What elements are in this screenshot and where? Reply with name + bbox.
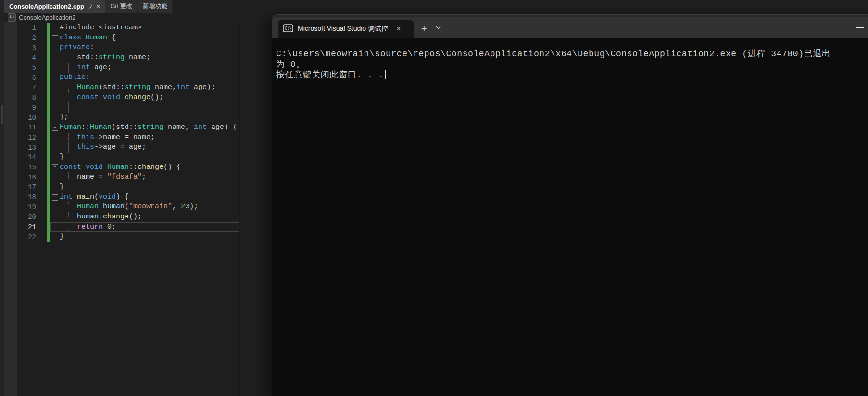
new-tab-button[interactable]: +	[421, 24, 427, 34]
scrollbar-thumb[interactable]	[1, 105, 3, 124]
code-text: class Human {	[60, 33, 116, 43]
code-line[interactable]: 1#include <iostream>	[4, 23, 239, 33]
code-line[interactable]: 5 int age;	[4, 63, 239, 73]
fold-collapse-icon[interactable]: −	[52, 194, 58, 201]
code-line[interactable]: 4 std::string name;	[4, 53, 239, 63]
code-line[interactable]: 15−const void Human::change() {	[4, 163, 239, 173]
breadcrumb-project[interactable]: ConsoleApplication2	[19, 14, 76, 21]
fold-collapse-icon[interactable]: −	[52, 125, 58, 131]
code-line[interactable]: 19 Human human("meowrain", 23);	[4, 202, 239, 212]
fold-collapse-icon[interactable]: −	[52, 164, 58, 170]
code-text: human.change();	[60, 212, 142, 222]
code-text: }	[60, 232, 64, 242]
line-number: 18	[4, 193, 36, 201]
indent-guide	[68, 172, 69, 182]
code-text: private:	[60, 43, 94, 53]
vs-document-tabbar: ConsoleApplication2.cpp × Git 更改 新增功能	[4, 0, 868, 13]
change-indicator	[47, 63, 50, 73]
code-text: std::string name;	[60, 53, 151, 63]
terminal-line: 为 0。	[276, 59, 868, 70]
code-line[interactable]: 11−Human::Human(std::string name, int ag…	[4, 123, 239, 133]
line-number: 15	[4, 164, 36, 171]
close-icon[interactable]: ×	[96, 3, 100, 10]
code-line[interactable]: 18−int main(void) {	[4, 192, 239, 203]
code-line[interactable]: 16 name = "fdsafa";	[4, 172, 239, 182]
terminal-tab-debug-console[interactable]: C:\ Microsoft Visual Studio 调试控 ×	[278, 20, 414, 38]
fold-toggle[interactable]: −	[50, 194, 60, 201]
pin-icon[interactable]	[88, 4, 93, 9]
change-indicator	[47, 23, 50, 33]
code-line[interactable]: 9	[4, 103, 239, 113]
indent-guide	[68, 103, 69, 113]
change-indicator	[47, 172, 50, 182]
code-lines: 1#include <iostream>2−class Human {3priv…	[4, 23, 239, 242]
indent-guide	[68, 63, 69, 73]
code-line[interactable]: 7 Human(std::string name,int age);	[4, 83, 239, 93]
code-text: int main(void) {	[60, 192, 129, 203]
change-indicator	[47, 43, 50, 53]
indent-guide	[68, 222, 69, 232]
tab-consoleapplication2-cpp[interactable]: ConsoleApplication2.cpp ×	[4, 0, 105, 13]
editor-minimap[interactable]	[239, 22, 273, 396]
line-number: 6	[4, 74, 36, 82]
chevron-down-icon[interactable]	[436, 23, 441, 31]
code-text: name = "fdsafa";	[60, 172, 146, 182]
close-icon[interactable]: ×	[394, 25, 403, 33]
text-cursor	[385, 70, 386, 79]
code-line[interactable]: 12 this->name = name;	[4, 133, 239, 143]
change-indicator	[47, 163, 50, 173]
cmd-icon: C:\	[283, 24, 293, 34]
line-number: 14	[4, 153, 36, 161]
line-number: 8	[4, 94, 36, 102]
code-text: this->age = age;	[60, 142, 146, 153]
fold-collapse-icon[interactable]: −	[52, 35, 58, 41]
change-indicator	[47, 232, 50, 242]
terminal-window[interactable]: C:\ Microsoft Visual Studio 调试控 × + C:\U…	[272, 14, 868, 396]
code-text: const void Human::change() {	[60, 163, 181, 173]
change-indicator	[47, 83, 50, 93]
tab-new-features[interactable]: 新增功能	[138, 0, 173, 13]
code-text: }	[60, 153, 64, 163]
indent-guide	[68, 83, 69, 93]
terminal-line: C:\Users\meowrain\source\repos\ConsoleAp…	[276, 49, 868, 59]
terminal-output: C:\Users\meowrain\source\repos\ConsoleAp…	[272, 38, 868, 80]
code-line[interactable]: 10};	[4, 113, 239, 123]
code-line[interactable]: 2−class Human {	[4, 33, 239, 43]
tab-git-changes[interactable]: Git 更改	[105, 0, 138, 13]
line-number: 13	[4, 144, 36, 152]
change-indicator	[47, 182, 50, 192]
indent-guide	[68, 93, 69, 103]
line-number: 1	[4, 24, 36, 32]
line-number: 7	[4, 84, 36, 91]
line-number: 16	[4, 174, 36, 181]
minimize-button[interactable]	[856, 25, 864, 29]
line-number: 22	[4, 233, 36, 241]
code-line[interactable]: 3private:	[4, 43, 239, 53]
line-number: 5	[4, 64, 36, 72]
code-line[interactable]: 13 this->age = age;	[4, 142, 239, 153]
line-number: 3	[4, 44, 36, 52]
change-indicator	[47, 93, 50, 103]
code-line[interactable]: 6public:	[4, 73, 239, 83]
code-text: Human human("meowrain", 23);	[60, 202, 198, 212]
code-line[interactable]: 14}	[4, 153, 239, 163]
indent-guide	[68, 53, 69, 63]
code-text: #include <iostream>	[60, 23, 142, 33]
code-line[interactable]: 8 const void change();	[4, 93, 239, 103]
code-text: }	[60, 182, 64, 192]
fold-toggle[interactable]: −	[50, 35, 60, 41]
change-indicator	[47, 53, 50, 63]
fold-toggle[interactable]: −	[50, 164, 60, 170]
indent-guide	[68, 133, 69, 143]
code-text: const void change();	[60, 93, 164, 103]
fold-toggle[interactable]: −	[50, 125, 60, 131]
change-indicator	[47, 103, 50, 113]
indent-guide	[68, 202, 69, 212]
line-number: 19	[4, 204, 36, 211]
tab-label: Git 更改	[110, 2, 132, 11]
code-text: Human::Human(std::string name, int age) …	[60, 123, 237, 133]
code-line[interactable]: 20 human.change();	[4, 212, 239, 222]
code-line[interactable]: 21 return 0;	[4, 222, 239, 232]
code-line[interactable]: 17}	[4, 182, 239, 192]
code-line[interactable]: 22}	[4, 232, 239, 242]
